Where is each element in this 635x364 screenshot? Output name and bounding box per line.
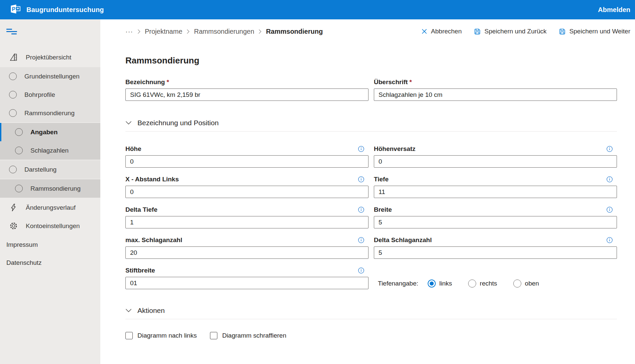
field-bezeichnung: Bezeichnung* (125, 78, 368, 101)
save-and-back-label: Speichern und Zurück (485, 28, 547, 35)
sidebar-item-rammsondierung[interactable]: Rammsondierung (0, 104, 100, 122)
field-delta-schlaganzahl: Delta Schlaganzahl (374, 236, 617, 259)
delta-tiefe-input[interactable] (125, 216, 368, 228)
info-icon[interactable] (358, 237, 364, 243)
sidebar-item-label: Rammsondierung (30, 185, 81, 192)
sidebar-item-label: Schlagzahlen (30, 147, 69, 154)
info-icon[interactable] (358, 206, 364, 213)
bezeichnung-input[interactable] (125, 88, 368, 101)
cancel-button[interactable]: Abbrechen (421, 28, 462, 35)
sidebar-item-projektuebersicht[interactable]: Projektübersicht (0, 48, 100, 66)
required-asterisk: * (409, 78, 412, 85)
radio-oben[interactable]: oben (513, 280, 539, 288)
link-impressum[interactable]: Impressum (0, 236, 100, 254)
sidebar-item-bohrprofile[interactable]: Bohrprofile (0, 85, 100, 104)
checkbox-diagramm-schraffieren[interactable]: Diagramm schraffieren (210, 332, 286, 339)
required-asterisk: * (167, 78, 169, 85)
section-divider (125, 131, 617, 132)
circle-icon (15, 128, 23, 136)
ueberschrift-input[interactable] (374, 88, 617, 101)
field-label: Breite (374, 206, 392, 213)
hoehenversatz-input[interactable] (374, 155, 617, 168)
logout-button[interactable]: Abmelden (598, 6, 630, 14)
radio-rechts[interactable]: rechts (468, 280, 497, 288)
lightning-bolt-icon (9, 203, 18, 212)
circle-icon (9, 109, 17, 117)
radio-links[interactable]: links (428, 280, 452, 288)
field-label: Überschrift* (374, 78, 412, 86)
field-label: Delta Schlaganzahl (374, 236, 432, 244)
chevron-right-icon (137, 29, 140, 34)
sidebar-item-aenderungsverlauf[interactable]: Änderungsverlauf (0, 198, 100, 217)
checkbox-diagramm-nach-links[interactable]: Diagramm nach links (125, 332, 197, 339)
tiefenangabe-label: Tiefenangabe: (378, 280, 418, 287)
sidebar-item-kontoeinstellungen[interactable]: Kontoeinstellungen (0, 217, 100, 235)
breadcrumb-current: Rammsondierung (266, 28, 323, 35)
radio-unselected-icon (468, 280, 476, 288)
chevron-down-icon (125, 309, 132, 313)
info-icon[interactable] (606, 206, 613, 213)
save-and-next-button[interactable]: Speichern und Weiter (559, 28, 630, 35)
sidebar-item-grundeinstellungen[interactable]: Grundeinstellungen (0, 67, 100, 85)
field-x-abstand-links: X - Abstand Links (125, 175, 368, 198)
sidebar-item-label: Grundeinstellungen (24, 73, 80, 80)
radio-unselected-icon (513, 280, 521, 288)
section-aktionen[interactable]: Aktionen (125, 307, 617, 315)
circle-icon (15, 147, 23, 154)
delta-schlaganzahl-input[interactable] (374, 246, 617, 259)
sidebar-item-label: Änderungsverlauf (26, 204, 76, 211)
radio-label: rechts (480, 280, 497, 287)
page-title: Rammsondierung (125, 55, 617, 66)
breadcrumb-item-rammsondierungen[interactable]: Rammsondierungen (194, 28, 254, 35)
save-icon (559, 28, 566, 35)
field-max-schlaganzahl: max. Schlaganzahl (125, 236, 368, 259)
breadcrumb-overflow-button[interactable]: ··· (125, 28, 133, 35)
sidebar-item-angaben[interactable]: Angaben (0, 123, 100, 141)
checkbox-label: Diagramm schraffieren (222, 332, 286, 339)
checkbox-unchecked-icon (125, 332, 133, 339)
field-ueberschrift: Überschrift* (374, 78, 617, 101)
sidebar: Projektübersicht Grundeinstellungen Bohr… (0, 19, 100, 364)
hoehe-input[interactable] (125, 155, 368, 168)
app-branding: P Baugrunduntersuchung (9, 3, 104, 16)
section-title: Bezeichnung und Position (137, 119, 219, 127)
link-datenschutz[interactable]: Datenschutz (0, 254, 100, 272)
breadcrumb: ··· Projektname Rammsondierungen Rammson… (125, 28, 323, 35)
menu-toggle-button[interactable] (6, 29, 18, 36)
sidebar-item-label: Bohrprofile (24, 91, 55, 99)
info-icon[interactable] (606, 146, 613, 152)
sidebar-item-rammsondierung-darstellung[interactable]: Rammsondierung (0, 179, 100, 198)
info-icon[interactable] (358, 146, 364, 152)
field-stiftbreite: Stiftbreite (125, 266, 368, 289)
toolbar-actions: Abbrechen Speichern und Zurück (421, 28, 630, 35)
circle-icon (9, 166, 17, 173)
info-icon[interactable] (606, 237, 613, 243)
info-icon[interactable] (606, 176, 613, 183)
info-icon[interactable] (358, 267, 364, 274)
sidebar-item-schlagzahlen[interactable]: Schlagzahlen (0, 141, 100, 160)
command-bar: ··· Projektname Rammsondierungen Rammson… (125, 19, 630, 43)
tiefenangabe-radio-group: Tiefenangabe: links rechts oben (374, 266, 617, 289)
chevron-down-icon (125, 121, 132, 125)
breite-input[interactable] (374, 216, 617, 228)
info-icon[interactable] (358, 176, 364, 183)
breadcrumb-item-projektname[interactable]: Projektname (145, 28, 182, 35)
field-label: Stiftbreite (125, 267, 155, 274)
stiftbreite-input[interactable] (125, 277, 368, 289)
x-abstand-links-input[interactable] (125, 186, 368, 198)
app-title: Baugrunduntersuchung (26, 6, 104, 14)
max-schlaganzahl-input[interactable] (125, 246, 368, 259)
field-label: Bezeichnung* (125, 78, 169, 86)
aktionen-checkboxes: Diagramm nach links Diagramm schraffiere… (125, 332, 617, 339)
save-and-next-label: Speichern und Weiter (569, 28, 630, 35)
sidebar-item-darstellung[interactable]: Darstellung (0, 160, 100, 179)
x-icon (421, 28, 427, 34)
tiefe-input[interactable] (374, 186, 617, 198)
gear-icon (9, 221, 18, 230)
field-hoehe: Höhe (125, 145, 368, 168)
field-label: Höhenversatz (374, 145, 416, 153)
sidebar-item-label: Angaben (30, 129, 58, 136)
save-and-back-button[interactable]: Speichern und Zurück (474, 28, 547, 35)
field-delta-tiefe: Delta Tiefe (125, 206, 368, 228)
section-bezeichnung-und-position[interactable]: Bezeichnung und Position (125, 119, 617, 127)
